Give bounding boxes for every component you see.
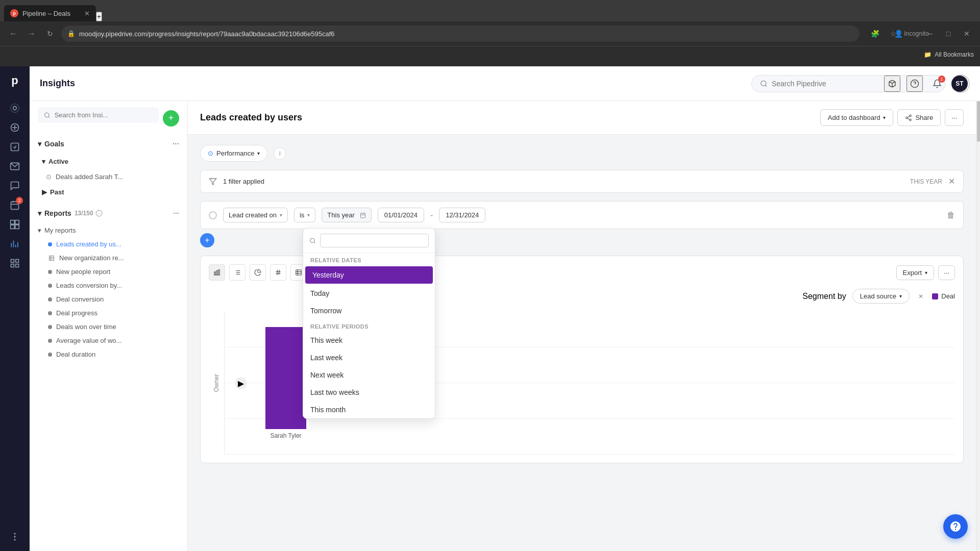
info-button[interactable]: i [274, 147, 286, 160]
projects-nav-icon[interactable] [6, 215, 24, 234]
filter-start-date[interactable]: 01/01/2024 [378, 208, 424, 222]
calendar-nav-icon[interactable]: 2 [6, 196, 24, 214]
report-item-2[interactable]: New people report [30, 265, 187, 279]
maximize-btn[interactable]: □ [941, 27, 955, 41]
right-panel: Insights + 1 ST [30, 66, 980, 551]
reports-more-btn[interactable]: ··· [173, 209, 179, 217]
deals-added-item[interactable]: ⊙ Deals added Sarah T... [30, 169, 187, 184]
deals-nav-icon[interactable] [6, 118, 24, 137]
logo-icon[interactable]: p [6, 71, 24, 90]
mail-nav-icon[interactable] [6, 157, 24, 176]
chart-more-button[interactable]: ··· [938, 265, 955, 280]
insights-nav-icon[interactable] [6, 235, 24, 253]
svg-rect-45 [360, 213, 365, 218]
reports-section-header[interactable]: ▾ Reports 13/150 ··· [30, 205, 187, 221]
add-to-dashboard-button[interactable]: Add to dashboard ▾ [820, 109, 894, 126]
dropdown-item-last-two-weeks[interactable]: Last two weeks [303, 384, 435, 401]
browser-menu-btn[interactable]: 👤 Incognito [904, 27, 919, 41]
back-button[interactable]: ← [6, 27, 20, 41]
dropdown-item-last-week[interactable]: Last week [303, 349, 435, 366]
dropdown-item-tomorrow[interactable]: Tomorrow [303, 302, 435, 319]
pie-chart-btn[interactable] [250, 264, 266, 281]
dropdown-item-this-month[interactable]: This month [303, 401, 435, 418]
extensions-top-btn[interactable] [884, 76, 900, 92]
add-dashboard-chevron: ▾ [883, 115, 886, 120]
grid-nav-icon[interactable] [6, 254, 24, 272]
bar-chart-btn[interactable] [209, 264, 225, 281]
dropdown-item-today[interactable]: Today [303, 285, 435, 302]
activities-nav-icon[interactable] [6, 138, 24, 156]
report-item-4[interactable]: Deal conversion [30, 292, 187, 306]
dropdown-item-this-week[interactable]: This week [303, 332, 435, 349]
report-item-5[interactable]: Deal progress [30, 306, 187, 320]
filter-operator-chevron: ▾ [307, 212, 310, 218]
minimize-btn[interactable]: ─ [923, 27, 937, 41]
tab-close-btn[interactable]: ✕ [84, 10, 90, 17]
add-filter-button[interactable]: + [200, 233, 214, 247]
active-section-header[interactable]: ▾ Active [30, 154, 187, 169]
svg-point-41 [910, 119, 912, 121]
filter-end-date[interactable]: 12/31/2024 [439, 208, 485, 222]
legend-color-deal [932, 293, 938, 299]
filter-field-select[interactable]: Lead created on ▾ [223, 208, 288, 222]
address-bar[interactable]: 🔒 moodjoy.pipedrive.com/progress/insight… [61, 26, 860, 42]
filter-date-label: This year [327, 211, 354, 219]
campaigns-nav-icon[interactable] [6, 177, 24, 195]
report-item-0[interactable]: Leads created by us... [30, 237, 187, 251]
new-tab-button[interactable]: + [96, 12, 102, 21]
goals-section-header[interactable]: ▾ Goals ··· [30, 135, 187, 153]
my-reports-header[interactable]: ▾ My reports [30, 223, 187, 237]
bar-sarah-tyler[interactable] [265, 327, 306, 429]
browser-tab-active[interactable]: p Pipeline – Deals ✕ [4, 5, 96, 21]
past-section-header[interactable]: ▶ Past [30, 184, 187, 200]
filter-radio[interactable] [209, 211, 217, 219]
report-item-6[interactable]: Deals won over time [30, 320, 187, 334]
home-nav-icon[interactable] [6, 99, 24, 117]
notifications-btn[interactable]: 1 [929, 76, 945, 92]
nav-add-button[interactable]: + [163, 110, 179, 127]
nav-search-icon [44, 112, 51, 119]
extensions-btn[interactable]: 🧩 [868, 27, 882, 41]
svg-point-25 [14, 539, 15, 540]
filter-date-select[interactable]: This year [322, 208, 371, 222]
report-item-8[interactable]: Deal duration [30, 347, 187, 361]
goals-more-btn[interactable]: ··· [173, 139, 179, 148]
report-controls: ⊙ Performance ▾ i [200, 145, 964, 162]
more-options-button[interactable]: ··· [945, 109, 964, 126]
report-item-7[interactable]: Average value of wo... [30, 334, 187, 347]
performance-button[interactable]: ⊙ Performance ▾ [200, 145, 267, 162]
nav-search-input[interactable] [55, 111, 153, 119]
filter-delete-btn[interactable]: 🗑 [947, 211, 955, 220]
info-icon: i [279, 150, 281, 157]
filter-close-btn[interactable]: ✕ [948, 177, 955, 186]
nav-search-box[interactable] [38, 107, 159, 123]
segment-select[interactable]: Lead source ▾ [852, 289, 910, 304]
help-widget-button[interactable] [943, 514, 968, 539]
refresh-button[interactable]: ↻ [43, 27, 57, 41]
chart-left-arrow[interactable]: ▶ [235, 377, 247, 389]
list-view-btn[interactable] [229, 264, 246, 281]
hash-chart-btn[interactable] [270, 264, 286, 281]
chart-toolbar-right: Export ▾ ··· [896, 265, 955, 280]
segment-value: Lead source [860, 292, 897, 300]
more-nav-icon[interactable] [6, 528, 24, 546]
main-scrollbar[interactable] [976, 101, 980, 551]
share-button[interactable]: Share [897, 109, 941, 126]
report-item-3[interactable]: Leads conversion by... [30, 279, 187, 292]
help-top-btn[interactable] [906, 76, 923, 92]
dropdown-search-input[interactable] [320, 234, 429, 247]
segment-clear-btn[interactable]: ✕ [916, 291, 926, 302]
dropdown-item-next-week[interactable]: Next week [303, 366, 435, 384]
svg-rect-51 [214, 272, 215, 275]
dropdown-item-yesterday[interactable]: Yesterday [305, 266, 433, 284]
close-btn[interactable]: ✕ [960, 27, 974, 41]
filter-operator-select[interactable]: is ▾ [294, 208, 315, 222]
user-avatar[interactable]: ST [951, 76, 968, 92]
svg-rect-5 [11, 143, 19, 151]
report-item-1[interactable]: New organization re... [30, 251, 187, 265]
forward-button[interactable]: → [24, 27, 39, 41]
export-button[interactable]: Export ▾ [896, 265, 935, 280]
main-pane-header: Leads created by users Add to dashboard … [188, 101, 976, 135]
dropdown-scroll-area[interactable]: RELATIVE DATES Yesterday Today Tomorrow … [303, 253, 435, 418]
chart-left-arrow-icon: ▶ [238, 379, 244, 388]
